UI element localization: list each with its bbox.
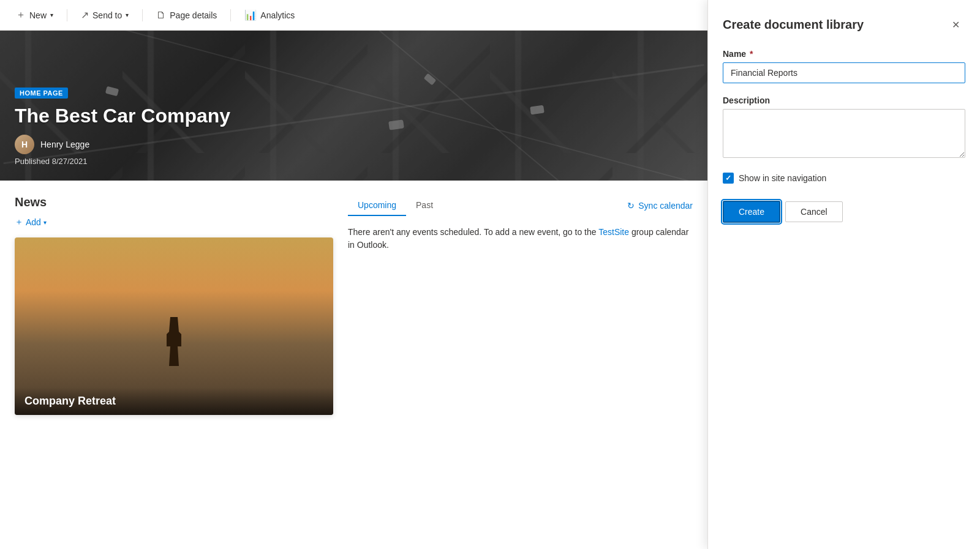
- new-button[interactable]: ＋ New ▾: [10, 5, 59, 25]
- events-section: Upcoming Past ↻ Sync calendar There aren…: [348, 195, 693, 534]
- analytics-button[interactable]: 📊 Analytics: [238, 6, 301, 24]
- add-label: Add: [26, 217, 41, 227]
- show-nav-checkbox[interactable]: [723, 173, 734, 184]
- hero-title: The Best Car Company: [15, 105, 230, 127]
- author-name: Henry Legge: [40, 140, 89, 149]
- share-icon: ↗: [81, 9, 89, 21]
- chevron-down-icon: ▾: [50, 12, 53, 18]
- add-chevron-icon: ▾: [43, 219, 47, 226]
- add-button[interactable]: ＋ Add ▾: [15, 217, 333, 228]
- panel-actions: Create Cancel: [723, 201, 965, 223]
- send-to-label: Send to: [92, 10, 122, 20]
- info-icon: 🗋: [156, 10, 166, 21]
- hero-section: HOME PAGE The Best Car Company H Henry L…: [0, 31, 707, 181]
- name-label: Name *: [723, 49, 965, 59]
- page-body: News ＋ Add ▾ Company Retreat Upcoming Pa…: [0, 181, 707, 549]
- analytics-label: Analytics: [260, 10, 295, 20]
- toolbar-divider-3: [230, 9, 231, 21]
- side-panel: Create document library ✕ Name * Descrip…: [707, 0, 980, 549]
- tabs-left: Upcoming Past: [348, 195, 443, 216]
- send-to-button[interactable]: ↗ Send to ▾: [75, 6, 135, 24]
- events-empty-message: There aren't any events scheduled. To ad…: [348, 226, 693, 252]
- cancel-button[interactable]: Cancel: [785, 201, 843, 222]
- toolbar-divider-2: [142, 9, 143, 21]
- page-details-label: Page details: [170, 10, 217, 20]
- empty-text-before: There aren't any events scheduled. To ad…: [348, 227, 598, 237]
- news-card[interactable]: Company Retreat: [15, 237, 333, 415]
- analytics-icon: 📊: [244, 9, 257, 21]
- sync-calendar-button[interactable]: ↻ Sync calendar: [627, 201, 693, 211]
- plus-icon: ＋: [16, 9, 26, 21]
- toolbar: ＋ New ▾ ↗ Send to ▾ 🗋 Page details 📊 Ana…: [0, 0, 707, 31]
- main-content: ＋ New ▾ ↗ Send to ▾ 🗋 Page details 📊 Ana…: [0, 0, 707, 549]
- show-nav-row: Show in site navigation: [723, 173, 965, 184]
- news-card-title: Company Retreat: [15, 387, 333, 415]
- avatar: H: [15, 135, 34, 154]
- panel-title: Create document library: [723, 18, 864, 32]
- description-input[interactable]: [723, 109, 965, 158]
- tab-past[interactable]: Past: [406, 195, 443, 216]
- home-page-badge: HOME PAGE: [15, 88, 68, 99]
- testsite-link[interactable]: TestSite: [598, 227, 629, 237]
- page-details-button[interactable]: 🗋 Page details: [150, 6, 223, 24]
- hero-content: HOME PAGE The Best Car Company H Henry L…: [15, 87, 230, 166]
- sync-icon: ↻: [627, 201, 635, 211]
- panel-header: Create document library ✕: [723, 15, 965, 34]
- author-row: H Henry Legge: [15, 135, 230, 154]
- new-label: New: [29, 10, 47, 20]
- add-icon: ＋: [15, 217, 23, 228]
- create-button[interactable]: Create: [723, 201, 780, 223]
- published-date: Published 8/27/2021: [15, 157, 230, 166]
- name-form-group: Name *: [723, 49, 965, 83]
- show-nav-label: Show in site navigation: [739, 173, 826, 183]
- news-section: News ＋ Add ▾ Company Retreat: [15, 195, 333, 534]
- tab-upcoming[interactable]: Upcoming: [348, 195, 406, 216]
- required-star: *: [747, 49, 753, 59]
- close-button[interactable]: ✕: [946, 15, 965, 34]
- name-input[interactable]: [723, 62, 965, 83]
- description-label: Description: [723, 95, 965, 105]
- description-form-group: Description: [723, 95, 965, 160]
- news-title: News: [15, 195, 333, 209]
- sync-label: Sync calendar: [638, 201, 693, 211]
- chevron-down-icon-2: ▾: [126, 12, 129, 18]
- toolbar-divider-1: [67, 9, 67, 21]
- events-tabs: Upcoming Past ↻ Sync calendar: [348, 195, 693, 216]
